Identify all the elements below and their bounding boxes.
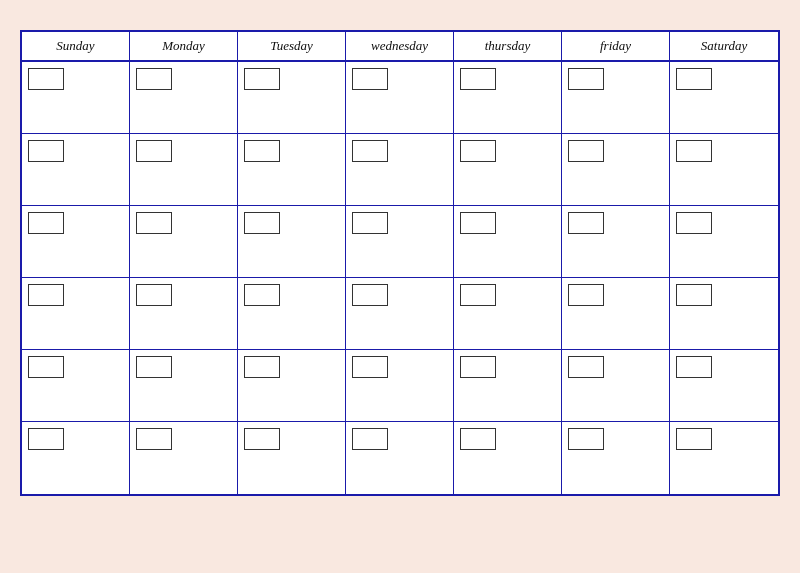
date-box xyxy=(28,140,64,162)
calendar-cell[interactable] xyxy=(562,278,670,350)
date-box xyxy=(244,356,280,378)
calendar-cell[interactable] xyxy=(130,206,238,278)
date-box xyxy=(676,68,712,90)
date-box xyxy=(244,212,280,234)
day-header-tuesday: Tuesday xyxy=(238,32,346,60)
calendar-cell[interactable] xyxy=(22,350,130,422)
date-box xyxy=(244,68,280,90)
calendar-cell[interactable] xyxy=(238,422,346,494)
date-box xyxy=(136,356,172,378)
date-box xyxy=(568,140,604,162)
calendar-cell[interactable] xyxy=(346,422,454,494)
calendar-cell[interactable] xyxy=(454,422,562,494)
calendar-cell[interactable] xyxy=(238,350,346,422)
calendar-cell[interactable] xyxy=(130,422,238,494)
date-box xyxy=(676,212,712,234)
calendar-cell[interactable] xyxy=(346,278,454,350)
calendar-cell[interactable] xyxy=(346,134,454,206)
date-box xyxy=(460,212,496,234)
date-box xyxy=(568,284,604,306)
date-box xyxy=(244,284,280,306)
date-box xyxy=(352,212,388,234)
calendar-cell[interactable] xyxy=(346,62,454,134)
calendar-cell[interactable] xyxy=(130,134,238,206)
day-header-thursday: thursday xyxy=(454,32,562,60)
date-box xyxy=(568,356,604,378)
date-box xyxy=(136,284,172,306)
date-box xyxy=(136,68,172,90)
date-box xyxy=(568,68,604,90)
date-box xyxy=(676,356,712,378)
calendar-cell[interactable] xyxy=(562,62,670,134)
calendar-cell[interactable] xyxy=(22,422,130,494)
date-box xyxy=(460,356,496,378)
calendar-wrapper: SundayMondayTuesdaywednesdaythursdayfrid… xyxy=(20,30,780,496)
calendar-cell[interactable] xyxy=(238,134,346,206)
date-box xyxy=(352,428,388,450)
calendar-cell[interactable] xyxy=(562,422,670,494)
date-box xyxy=(352,140,388,162)
date-box xyxy=(460,68,496,90)
calendar-cell[interactable] xyxy=(454,62,562,134)
calendar-grid xyxy=(22,62,778,494)
date-box xyxy=(676,428,712,450)
calendar-cell[interactable] xyxy=(670,62,778,134)
date-box xyxy=(676,284,712,306)
date-box xyxy=(352,356,388,378)
date-box xyxy=(136,428,172,450)
calendar-cell[interactable] xyxy=(130,62,238,134)
calendar-cell[interactable] xyxy=(562,134,670,206)
calendar-cell[interactable] xyxy=(346,206,454,278)
date-box xyxy=(676,140,712,162)
calendar-cell[interactable] xyxy=(238,62,346,134)
calendar-cell[interactable] xyxy=(346,350,454,422)
day-header-friday: friday xyxy=(562,32,670,60)
date-box xyxy=(460,428,496,450)
day-headers-row: SundayMondayTuesdaywednesdaythursdayfrid… xyxy=(22,32,778,62)
date-box xyxy=(568,212,604,234)
date-box xyxy=(244,140,280,162)
calendar-cell[interactable] xyxy=(454,278,562,350)
date-box xyxy=(28,212,64,234)
date-box xyxy=(136,140,172,162)
calendar-cell[interactable] xyxy=(454,350,562,422)
calendar-cell[interactable] xyxy=(238,206,346,278)
calendar-cell[interactable] xyxy=(238,278,346,350)
calendar-cell[interactable] xyxy=(454,134,562,206)
date-box xyxy=(28,428,64,450)
date-box xyxy=(244,428,280,450)
date-box xyxy=(460,284,496,306)
calendar-cell[interactable] xyxy=(562,350,670,422)
calendar-cell[interactable] xyxy=(130,350,238,422)
day-header-sunday: Sunday xyxy=(22,32,130,60)
calendar-header xyxy=(376,0,424,30)
date-box xyxy=(568,428,604,450)
calendar-cell[interactable] xyxy=(670,422,778,494)
calendar-cell[interactable] xyxy=(670,278,778,350)
day-header-monday: Monday xyxy=(130,32,238,60)
calendar-cell[interactable] xyxy=(670,350,778,422)
calendar-cell[interactable] xyxy=(562,206,670,278)
day-header-wednesday: wednesday xyxy=(346,32,454,60)
day-header-saturday: Saturday xyxy=(670,32,778,60)
calendar-cell[interactable] xyxy=(454,206,562,278)
calendar-cell[interactable] xyxy=(22,206,130,278)
calendar-cell[interactable] xyxy=(22,134,130,206)
date-box xyxy=(28,68,64,90)
date-box xyxy=(352,68,388,90)
calendar-cell[interactable] xyxy=(670,134,778,206)
calendar-cell[interactable] xyxy=(22,62,130,134)
date-box xyxy=(460,140,496,162)
calendar-cell[interactable] xyxy=(130,278,238,350)
date-box xyxy=(28,284,64,306)
date-box xyxy=(28,356,64,378)
calendar-cell[interactable] xyxy=(22,278,130,350)
calendar-cell[interactable] xyxy=(670,206,778,278)
date-box xyxy=(352,284,388,306)
date-box xyxy=(136,212,172,234)
